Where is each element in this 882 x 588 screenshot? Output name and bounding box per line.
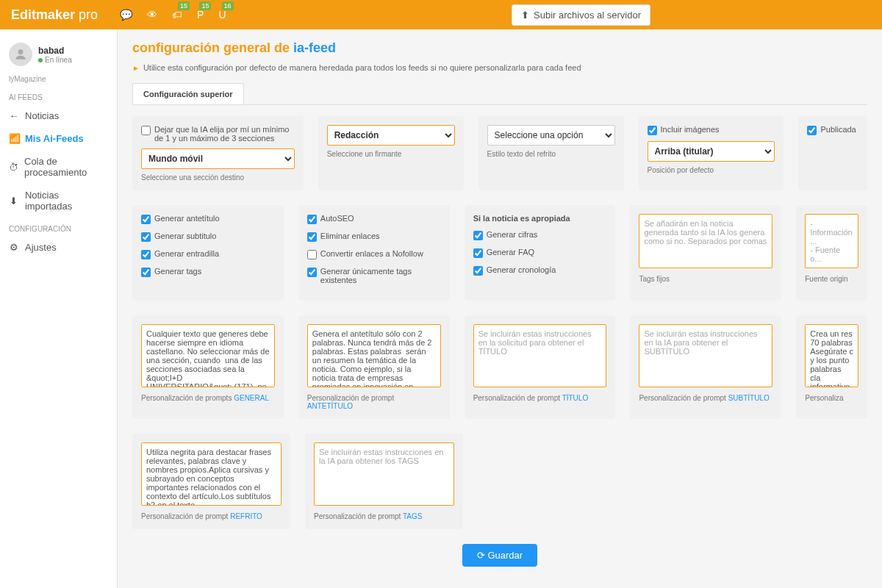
publicada-checkbox[interactable]: Publicada	[807, 125, 858, 135]
card-prompt-refrito: Personalización de prompt REFRITO	[132, 434, 290, 529]
main-content: configuración general de ia-feed Utilice…	[118, 29, 882, 588]
nav-importadas[interactable]: ⬇Noticias importadas	[0, 184, 117, 218]
gen-antetitulo-checkbox[interactable]: Generar antetítulo	[141, 214, 275, 224]
card-prompt-subtitulo: Personalización de prompt SUBTÍTULO	[630, 315, 781, 419]
fuente-textarea[interactable]	[805, 214, 858, 268]
prompt-general-label: Personalización de prompts GENERAL	[141, 394, 275, 402]
prompt-antetitulo-label: Personalización de prompt ANTETÍTULO	[307, 394, 441, 410]
card-tags-fijos: Tags fijos	[630, 205, 781, 301]
chat-icon[interactable]: 💬	[120, 9, 132, 21]
badge-icon-1[interactable]: 🏷15	[172, 9, 182, 21]
prompt-refrito-textarea[interactable]	[141, 442, 282, 506]
upload-button[interactable]: ⬆ Subir archivos al servidor	[512, 4, 650, 26]
gen-faq-checkbox[interactable]: Generar FAQ	[473, 248, 607, 258]
estilo-label: Estilo texto del refrito	[487, 150, 615, 158]
card-prompt-general: Personalización de prompts GENERAL	[132, 315, 284, 419]
posicion-label: Posición por defecto	[648, 166, 775, 174]
arrow-left-icon: ←	[9, 110, 19, 121]
card-section: Dejar que la IA elija por mí un mínimo d…	[132, 116, 304, 190]
card-firmante: Redacción Seleccione un firmante	[318, 116, 464, 190]
avatar	[9, 43, 32, 66]
user-block: babad En línea	[0, 37, 117, 72]
section-feeds-label: AI FEEDS	[0, 86, 117, 104]
section-select[interactable]: Mundo móvil	[141, 148, 295, 169]
card-imagenes: Incluir imágenes Arriba (titular) Posici…	[639, 116, 784, 190]
ia-choose-checkbox[interactable]: Dejar que la IA elija por mí un mínimo d…	[141, 125, 295, 143]
eliminar-enlaces-checkbox[interactable]: Eliminar enlaces	[307, 232, 441, 242]
card-prompt-titulo: Personalización de prompt TÍTULO	[465, 315, 616, 419]
save-button[interactable]: ⟳ Guardar	[462, 544, 537, 567]
svg-point-0	[18, 49, 24, 54]
fuente-label: Fuente origin	[805, 275, 858, 283]
gen-cifras-checkbox[interactable]: Generar cifras	[473, 230, 607, 240]
prompt-general-textarea[interactable]	[141, 324, 275, 387]
prompt-tags-label: Personalización de prompt TAGS	[314, 512, 454, 520]
badge-icon-2[interactable]: P15	[197, 9, 204, 21]
rss-icon: 📶	[9, 133, 19, 144]
prompt-titulo-textarea[interactable]	[473, 324, 607, 387]
logo: Editmaker pro	[11, 7, 98, 23]
apropiada-heading: Si la noticia es apropiada	[473, 214, 607, 223]
upload-icon: ⬆	[521, 10, 529, 21]
clock-icon: ⏱	[9, 162, 18, 173]
save-bar: ⟳ Guardar	[132, 544, 867, 567]
gen-tags-checkbox[interactable]: Generar tags	[141, 267, 275, 277]
gen-entradilla-checkbox[interactable]: Generar entradilla	[141, 249, 275, 259]
prompt-antetitulo-textarea[interactable]	[307, 324, 441, 387]
tab-bar: Configuración superior	[132, 83, 867, 105]
download-icon: ⬇	[9, 196, 19, 207]
card-apropiada: Si la noticia es apropiada Generar cifra…	[465, 205, 616, 301]
page-title: configuración general de ia-feed	[132, 40, 867, 56]
card-generar: Generar antetítulo Generar subtitulo Gen…	[132, 205, 284, 301]
card-prompt-tags: Personalización de prompt TAGS	[305, 434, 463, 529]
gen-cronologia-checkbox[interactable]: Generar cronología	[473, 265, 607, 276]
firmante-select[interactable]: Redacción	[327, 125, 455, 146]
card-seo: AutoSEO Eliminar enlaces Convertir enlac…	[298, 205, 450, 301]
user-status: En línea	[38, 56, 72, 64]
topbar-icons: 💬 👁 🏷15 P15 U16	[120, 9, 226, 21]
nav-mis-feeds[interactable]: 📶Mis Ai-Feeds	[0, 127, 117, 150]
prompt-resumen-textarea[interactable]	[805, 324, 858, 387]
tags-fijos-textarea[interactable]	[639, 214, 772, 268]
estilo-select[interactable]: Seleccione una opción	[487, 125, 615, 146]
card-fuente: Fuente origin	[796, 205, 867, 301]
sidebar: babad En línea lyMagazine AI FEEDS ←Noti…	[0, 29, 118, 588]
card-estilo: Seleccione una opción Estilo texto del r…	[478, 116, 624, 190]
settings-icon: ⚙	[9, 242, 19, 253]
badge-icon-3[interactable]: U16	[218, 9, 226, 21]
card-publicada: Publicada	[798, 116, 867, 190]
gen-subtitulo-checkbox[interactable]: Generar subtitulo	[141, 232, 275, 242]
prompt-subtitulo-textarea[interactable]	[639, 324, 772, 387]
prompt-resumen-label: Personaliza	[805, 394, 858, 402]
tags-existentes-checkbox[interactable]: Generar únicamente tags existentes	[307, 267, 441, 284]
tab-config-superior[interactable]: Configuración superior	[132, 83, 244, 104]
section-label: Seleccione una sección destino	[141, 173, 295, 182]
prompt-tags-textarea[interactable]	[314, 442, 454, 506]
posicion-select[interactable]: Arriba (titular)	[648, 141, 775, 162]
tags-fijos-label: Tags fijos	[639, 275, 772, 283]
nav-ajustes[interactable]: ⚙Ajustes	[0, 236, 117, 259]
incluir-imagenes-checkbox[interactable]: Incluir imágenes	[648, 125, 775, 135]
help-text: Utilice esta configuración por defecto d…	[132, 63, 867, 72]
nav-noticias[interactable]: ←Noticias	[0, 104, 117, 127]
firmante-label: Seleccione un firmante	[327, 150, 455, 158]
prompt-refrito-label: Personalización de prompt REFRITO	[141, 512, 282, 520]
prompt-titulo-label: Personalización de prompt TÍTULO	[473, 394, 607, 402]
card-prompt-antetitulo: Personalización de prompt ANTETÍTULO	[298, 315, 450, 419]
autoseo-checkbox[interactable]: AutoSEO	[307, 214, 441, 224]
user-name: babad	[38, 46, 72, 56]
nav-cola[interactable]: ⏱Cola de procesamiento	[0, 150, 117, 184]
card-prompt-resumen: Personaliza	[796, 315, 867, 419]
prompt-subtitulo-label: Personalización de prompt SUBTÍTULO	[639, 394, 772, 402]
eye-icon[interactable]: 👁	[147, 9, 157, 21]
nofollow-checkbox[interactable]: Convertir enlaces a Nofollow	[307, 249, 441, 259]
topbar: Editmaker pro 💬 👁 🏷15 P15 U16 ⬆ Subir ar…	[0, 0, 882, 29]
site-name: lyMagazine	[0, 72, 117, 86]
section-config-label: CONFIGURACIÓN	[0, 218, 117, 236]
